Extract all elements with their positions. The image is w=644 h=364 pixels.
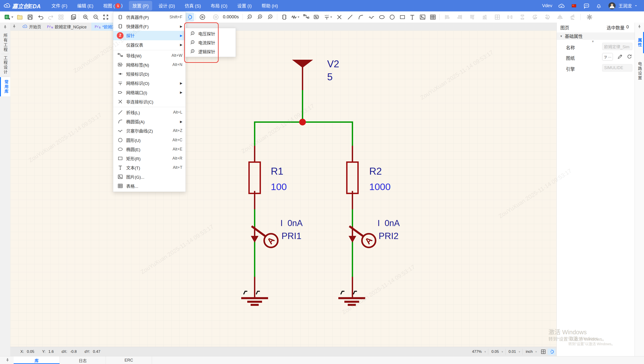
menu-item-no-connect[interactable]: 非连接标识(C) (113, 97, 185, 106)
junction-dot[interactable] (299, 119, 306, 126)
align-bottom-button[interactable] (480, 12, 490, 22)
menu-simulation[interactable]: 仿真 (S) (181, 1, 204, 10)
sheet-refresh-icon[interactable] (626, 54, 632, 60)
r1-value-label[interactable]: 100 (271, 181, 287, 192)
place-table-button[interactable] (428, 12, 438, 22)
section-basic-props[interactable]: ▼ 基础属性 (557, 32, 635, 40)
grid-style-button[interactable] (540, 349, 546, 354)
menu-settings[interactable]: 设置 (I) (234, 1, 255, 10)
wire-segment[interactable] (352, 122, 353, 146)
wire-segment[interactable] (254, 122, 255, 146)
multi-select-button[interactable] (56, 12, 66, 22)
zoom-level-select[interactable]: 477% (472, 350, 482, 354)
find-component-button[interactable] (69, 12, 78, 22)
ground-bar[interactable] (344, 301, 359, 303)
flip-vertical-button[interactable] (567, 12, 577, 22)
r1-ref-label[interactable]: R1 (271, 166, 283, 177)
save-button[interactable] (25, 12, 35, 22)
probe2-needle[interactable] (349, 226, 364, 237)
resistor-pin[interactable] (352, 191, 353, 210)
language-flag-icon[interactable] (571, 3, 577, 8)
undo-button[interactable] (36, 12, 46, 22)
menu-item-polyline[interactable]: 折线(L)Alt+L (113, 108, 185, 117)
engine-field-input[interactable]: SIMULIDE (602, 64, 632, 72)
source-value-label[interactable]: 5 (327, 71, 333, 82)
new-project-caret-icon[interactable] (10, 12, 14, 22)
net-flag-caret-icon[interactable] (330, 12, 333, 22)
distribute-vertical-button[interactable] (517, 12, 527, 22)
menu-item-sim-component[interactable]: 仿真器件(P)Shift+F (113, 12, 185, 22)
feedback-chat-icon[interactable] (583, 2, 590, 9)
bottom-tab-erc[interactable]: ERC (106, 356, 152, 364)
source-ref-label[interactable]: V2 (327, 58, 339, 70)
ground-bar[interactable] (251, 304, 259, 306)
place-bezier-button[interactable] (367, 12, 376, 22)
place-no-connect-button[interactable] (334, 12, 344, 22)
menu-item-image[interactable]: 图片(G)... (113, 172, 185, 181)
menu-item-rect[interactable]: 矩形(R)Alt+R (113, 154, 185, 163)
flip-horizontal-button[interactable] (555, 12, 565, 22)
probe1-needle[interactable] (251, 226, 266, 237)
open-folder-button[interactable] (15, 12, 25, 22)
ground-bar[interactable] (241, 297, 268, 299)
align-top-button[interactable] (467, 12, 477, 22)
wire-segment[interactable] (352, 209, 353, 277)
menu-item-quick-component[interactable]: 快捷器件(F)▶ (113, 22, 185, 31)
menu-item-net-label[interactable]: 网络标签(N)Alt+N (113, 60, 185, 69)
snap-toggle-button[interactable] (548, 348, 556, 355)
sidebar-tab-common-library[interactable]: 常用库 (0, 77, 11, 96)
resistor-r2-body[interactable] (346, 162, 359, 194)
wire-segment[interactable] (254, 209, 255, 277)
place-text-button[interactable] (407, 12, 417, 22)
sidebar-tab-project-design[interactable]: 工程设计 (0, 55, 10, 75)
rotate-ccw-button[interactable] (530, 12, 540, 22)
resistor-r1-body[interactable] (248, 162, 261, 194)
canvas-attr-toggle[interactable] (184, 12, 194, 22)
pin-icon[interactable] (3, 25, 8, 29)
probe1-ammeter-icon[interactable]: A (263, 233, 278, 248)
stop-simulation-button[interactable] (211, 12, 221, 22)
place-circle-button[interactable] (387, 12, 397, 22)
probe2-arrow-head[interactable] (349, 236, 356, 242)
user-account[interactable]: 王润龙 (608, 2, 638, 10)
align-right-button[interactable] (455, 12, 465, 22)
place-net-label-button[interactable] (311, 12, 321, 22)
resistor-pin[interactable] (254, 146, 255, 162)
place-ellipse-button[interactable] (377, 12, 387, 22)
menu-item-wire[interactable]: 导线(W)Alt+W (113, 51, 185, 60)
menu-item-bezier[interactable]: 贝塞尔曲线(Z)Alt+Z (113, 126, 185, 135)
ground-bar[interactable] (247, 301, 262, 303)
align-left-button[interactable] (442, 12, 452, 22)
bottom-tab-library[interactable]: 库 (14, 356, 60, 364)
menu-edit[interactable]: 编辑 (E) (74, 1, 97, 10)
place-image-button[interactable] (418, 12, 427, 22)
submenu-item-voltage-probe[interactable]: 电压探针 (185, 29, 236, 38)
menu-help[interactable]: 帮助 (H) (258, 1, 281, 10)
zoom-in-button[interactable] (81, 12, 90, 22)
menu-item-net-port[interactable]: 网络端口(I)▶ (113, 88, 185, 97)
ground-bar[interactable] (338, 297, 365, 299)
cloud-sync-icon[interactable] (558, 2, 565, 9)
sheet-select-button[interactable]: ヲ ⋯ (602, 53, 613, 60)
menu-item-net-flag[interactable]: 网络标识(O)▶ (113, 78, 185, 88)
sheet-edit-pencil-icon[interactable] (617, 54, 623, 60)
menu-view[interactable]: 视图 ( 1 ) (100, 1, 126, 10)
submenu-item-logic-probe[interactable]: 逻辑探针 (185, 47, 236, 56)
bottom-tab-log[interactable]: 日志 (60, 356, 106, 364)
probe2-ammeter-icon[interactable]: A (361, 233, 376, 248)
unit-select[interactable]: inch (526, 350, 533, 354)
submenu-item-current-probe[interactable]: 电流探针 (185, 38, 236, 47)
resistor-pin[interactable] (254, 191, 255, 210)
r2-value-label[interactable]: 1000 (369, 181, 391, 192)
logic-probe-button[interactable] (265, 12, 275, 22)
menu-file[interactable]: 文件 (F) (48, 1, 71, 10)
power-pin[interactable] (302, 67, 303, 90)
env-label[interactable]: Vdev (542, 3, 552, 8)
place-rect-button[interactable] (397, 12, 407, 22)
menu-item-arc[interactable]: 椭圆弧(A)▶ (113, 117, 185, 126)
grid-size-select[interactable]: 0.05 (491, 350, 499, 354)
resistor-pin[interactable] (352, 146, 353, 162)
current-probe-button[interactable] (255, 12, 264, 22)
r2-ref-label[interactable]: R2 (369, 166, 382, 177)
menu-item-ellipse[interactable]: 椭圆(E)Alt+E (113, 145, 185, 154)
